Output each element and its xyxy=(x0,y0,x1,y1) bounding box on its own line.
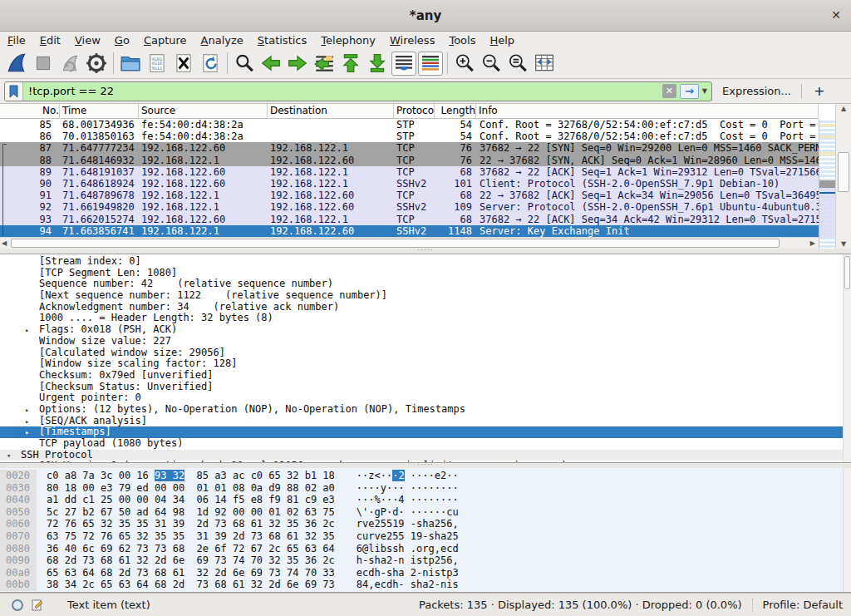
hex-ascii[interactable]: ··z<···2 ····e2·· xyxy=(357,470,459,482)
go-to-packet-icon[interactable] xyxy=(312,52,337,76)
auto-scroll-icon[interactable] xyxy=(391,52,416,76)
start-capture-icon[interactable] xyxy=(4,52,29,76)
close-icon[interactable]: ✕ xyxy=(831,8,841,22)
detail-line[interactable]: ▸[SEQ/ACK analysis] xyxy=(0,416,851,427)
menu-analyze[interactable]: Analyze xyxy=(201,34,243,47)
detail-line[interactable]: Checksum: 0x79ed [unverified] xyxy=(0,370,851,382)
detail-line[interactable]: ▸[Timestamps] xyxy=(0,426,851,438)
menu-tools[interactable]: Tools xyxy=(449,34,475,47)
hex-bytes[interactable]: 63 75 72 76 65 32 35 35 31 39 2d 73 68 6… xyxy=(47,530,335,543)
detail-line[interactable]: ▸Options: (12 bytes), No-Operation (NOP)… xyxy=(0,404,851,416)
packet-row[interactable]: 8971.648191037192.168.122.60192.168.122.… xyxy=(0,166,819,178)
packet-row[interactable]: 9271.661949820192.168.122.1192.168.122.6… xyxy=(0,201,819,213)
title-bar[interactable]: *any ✕ xyxy=(0,0,851,32)
hex-row[interactable]: 00a065 63 64 68 2d 73 68 61 32 2d 6e 69 … xyxy=(0,567,851,579)
hex-bytes[interactable]: 5c 27 b2 67 50 ad 64 98 1d 92 00 00 01 0… xyxy=(47,506,335,519)
hex-ascii[interactable]: h-sha2-n istp256, xyxy=(357,554,459,567)
scroll-right-icon[interactable]: ▶ xyxy=(810,239,815,247)
hex-ascii[interactable]: ····y··· ········ xyxy=(357,482,459,495)
hex-bytes[interactable]: 38 34 2c 65 63 64 68 2d 73 68 61 32 2d 6… xyxy=(47,579,335,591)
expert-info-icon[interactable] xyxy=(11,599,24,612)
hex-bytes[interactable]: 65 63 64 68 2d 73 68 61 32 2d 6e 69 73 7… xyxy=(47,567,335,579)
hex-row[interactable]: 003080 18 00 e3 79 ed 00 00 01 01 08 0a … xyxy=(0,482,851,495)
detail-line[interactable]: ▸Flags: 0x018 (PSH, ACK) xyxy=(0,324,851,336)
detail-line[interactable]: Sequence number: 42 (relative sequence n… xyxy=(0,278,851,290)
scroll-up-icon[interactable]: ▲ xyxy=(836,105,851,112)
go-to-top-icon[interactable] xyxy=(338,52,363,76)
detail-line[interactable]: [Calculated window size: 29056] xyxy=(0,347,851,359)
column-header-info[interactable]: Info xyxy=(476,104,819,118)
hex-ascii[interactable]: curve255 19-sha25 xyxy=(357,530,459,543)
filter-apply-icon[interactable]: → xyxy=(680,84,699,99)
menu-edit[interactable]: Edit xyxy=(40,34,61,47)
menu-capture[interactable]: Capture xyxy=(144,34,187,47)
hex-row[interactable]: 0040a1 dd c1 25 00 00 04 34 06 14 f5 e8 … xyxy=(0,494,851,506)
capture-options-icon[interactable] xyxy=(84,52,109,76)
filter-dropdown-icon[interactable]: ▼ xyxy=(702,87,707,95)
detail-line[interactable]: [TCP Segment Len: 1080] xyxy=(0,268,851,279)
restart-capture-icon[interactable] xyxy=(57,52,82,76)
packet-row[interactable]: 9071.648618924192.168.122.60192.168.122.… xyxy=(0,178,819,190)
filter-clear-icon[interactable]: ✕ xyxy=(662,84,676,98)
zoom-in-icon[interactable] xyxy=(452,52,477,76)
detail-line[interactable]: 1000 .... = Header Length: 32 bytes (8) xyxy=(0,313,851,324)
expression-button[interactable]: Expression... xyxy=(722,85,791,97)
hex-bytes[interactable]: c0 a8 7a 3c 00 16 93 32 85 a3 ac c0 65 3… xyxy=(47,470,335,482)
hscroll-thumb[interactable] xyxy=(11,239,780,248)
bytes-vscrollbar[interactable] xyxy=(843,468,851,592)
packet-row[interactable]: 8771.647777234192.168.122.60192.168.122.… xyxy=(0,142,819,154)
column-header-protocol[interactable]: Protocol xyxy=(394,104,435,118)
save-file-icon[interactable]: 010101100111 xyxy=(145,52,170,76)
capture-comment-icon[interactable] xyxy=(31,599,44,612)
open-file-icon[interactable] xyxy=(118,52,143,76)
packet-list-vscrollbar[interactable]: ▲ ▼ xyxy=(835,104,851,249)
hex-bytes[interactable]: 72 76 65 32 35 35 31 39 2d 73 68 61 32 3… xyxy=(47,518,335,530)
detail-line[interactable]: Urgent pointer: 0 xyxy=(0,392,851,404)
menu-statistics[interactable]: Statistics xyxy=(258,34,307,47)
hex-row[interactable]: 009068 2d 73 68 61 32 2d 6e 69 73 74 70 … xyxy=(0,554,851,567)
go-to-bottom-icon[interactable] xyxy=(365,52,390,76)
packet-list-hscrollbar[interactable]: ◀ ▶ xyxy=(0,237,819,249)
hex-bytes[interactable]: 80 18 00 e3 79 ed 00 00 01 01 08 0a d9 8… xyxy=(47,482,335,495)
detail-line[interactable]: TCP payload (1080 bytes) xyxy=(0,438,851,450)
zoom-reset-icon[interactable] xyxy=(505,52,530,76)
column-header-source[interactable]: Source xyxy=(139,104,268,118)
collapsed-arrow-icon[interactable]: ▸ xyxy=(25,325,39,337)
detail-line[interactable]: [Stream index: 0] xyxy=(0,256,851,268)
go-forward-icon[interactable] xyxy=(285,52,310,76)
hex-bytes[interactable]: 36 40 6c 69 62 73 73 68 2e 6f 72 67 2c 6… xyxy=(47,543,335,555)
go-back-icon[interactable] xyxy=(258,52,283,76)
packet-row[interactable]: 9371.662015274192.168.122.60192.168.122.… xyxy=(0,214,819,225)
menu-help[interactable]: Help xyxy=(489,34,514,47)
hex-row[interactable]: 00505c 27 b2 67 50 ad 64 98 1d 92 00 00 … xyxy=(0,506,851,519)
collapsed-arrow-icon[interactable]: ▸ xyxy=(25,427,39,439)
detail-line[interactable]: Window size value: 227 xyxy=(0,336,851,347)
stop-capture-icon[interactable] xyxy=(31,52,56,76)
column-header-no[interactable]: No. xyxy=(0,104,60,118)
menu-view[interactable]: View xyxy=(75,34,101,47)
display-filter-box[interactable]: ✕ → ▼ xyxy=(4,81,712,101)
packet-row[interactable]: 9171.648789678192.168.122.1192.168.122.6… xyxy=(0,190,819,201)
hex-ascii[interactable]: rve25519 -sha256, xyxy=(357,518,459,530)
column-header-time[interactable]: Time xyxy=(60,104,139,118)
zoom-out-icon[interactable] xyxy=(479,52,504,76)
collapsed-arrow-icon[interactable]: ▸ xyxy=(25,416,39,428)
menu-go[interactable]: Go xyxy=(115,34,130,47)
menu-wireless[interactable]: Wireless xyxy=(390,34,435,47)
hex-row[interactable]: 00b038 34 2c 65 63 64 68 2d 73 68 61 32 … xyxy=(0,579,851,591)
colorize-icon[interactable] xyxy=(418,52,443,76)
collapsed-arrow-icon[interactable]: ▸ xyxy=(25,461,39,463)
detail-line[interactable]: ▸SSH Version 2 (encryption:chacha20-poly… xyxy=(0,461,851,463)
find-packet-icon[interactable] xyxy=(232,52,257,76)
scroll-down-icon[interactable]: ▼ xyxy=(836,240,851,248)
reload-file-icon[interactable] xyxy=(198,52,223,76)
hex-bytes[interactable]: 68 2d 73 68 61 32 2d 6e 69 73 74 70 32 3… xyxy=(47,554,335,567)
detail-line[interactable]: Acknowledgment number: 34 (relative ack … xyxy=(0,302,851,313)
hex-row[interactable]: 008036 40 6c 69 62 73 73 68 2e 6f 72 67 … xyxy=(0,543,851,555)
hex-ascii[interactable]: \'·gP·d· ······cu xyxy=(357,506,459,519)
menu-telephony[interactable]: Telephony xyxy=(321,34,376,47)
detail-line[interactable]: [Window size scaling factor: 128] xyxy=(0,358,851,370)
detail-line[interactable]: [Next sequence number: 1122 (relative se… xyxy=(0,290,851,302)
vscroll-thumb[interactable] xyxy=(838,152,849,192)
hex-ascii[interactable]: 84,ecdh- sha2-nis xyxy=(357,579,459,591)
